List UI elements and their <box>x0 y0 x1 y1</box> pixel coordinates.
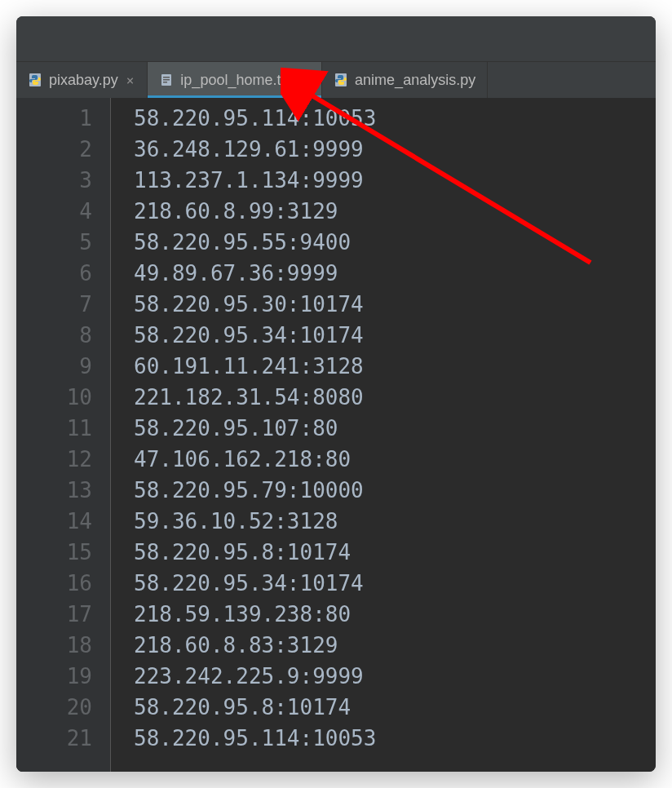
code-line: 58.220.95.114:10053 <box>134 723 656 754</box>
tab-label: ip_pool_home.txt <box>180 72 292 89</box>
line-number: 6 <box>16 258 110 289</box>
code-line: 58.220.95.8:10174 <box>134 692 656 723</box>
svg-rect-4 <box>163 82 167 83</box>
code-line: 36.248.129.61:9999 <box>134 134 656 165</box>
line-number: 10 <box>16 382 110 413</box>
line-number: 1 <box>16 103 110 134</box>
code-line: 58.220.95.114:10053 <box>134 103 656 134</box>
code-line: 218.59.139.238:80 <box>134 599 656 630</box>
line-number: 7 <box>16 289 110 320</box>
line-number: 17 <box>16 599 110 630</box>
python-file-icon <box>334 73 348 87</box>
editor-body: 1 2 3 4 5 6 7 8 9 10 11 12 13 14 15 16 1… <box>16 98 656 772</box>
line-number: 4 <box>16 196 110 227</box>
tab-label: pixabay.py <box>49 72 118 89</box>
code-line: 221.182.31.54:8080 <box>134 382 656 413</box>
tabs-bar: pixabay.py × ip_pool_home.txt × <box>16 62 656 98</box>
line-number: 19 <box>16 661 110 692</box>
code-line: 58.220.95.8:10174 <box>134 537 656 568</box>
code-line: 58.220.95.30:10174 <box>134 289 656 320</box>
close-icon[interactable]: × <box>125 73 136 88</box>
close-icon[interactable]: × <box>298 73 310 88</box>
line-number: 15 <box>16 537 110 568</box>
code-line: 58.220.95.55:9400 <box>134 227 656 258</box>
text-file-icon <box>159 73 174 87</box>
line-number: 18 <box>16 630 110 661</box>
code-line: 58.220.95.34:10174 <box>134 568 656 599</box>
editor-window: pixabay.py × ip_pool_home.txt × <box>16 16 656 772</box>
code-line: 218.60.8.99:3129 <box>134 196 656 227</box>
line-number: 2 <box>16 134 110 165</box>
tab-anime-analysis[interactable]: anime_analysis.py <box>322 62 488 98</box>
python-file-icon <box>28 73 42 87</box>
code-area[interactable]: 58.220.95.114:10053 36.248.129.61:9999 1… <box>111 98 656 772</box>
line-number: 9 <box>16 351 110 382</box>
svg-rect-2 <box>163 77 170 78</box>
code-line: 58.220.95.34:10174 <box>134 320 656 351</box>
code-line: 58.220.95.79:10000 <box>134 475 656 506</box>
svg-rect-3 <box>163 79 170 81</box>
tab-pixabay[interactable]: pixabay.py × <box>16 62 148 98</box>
line-number: 3 <box>16 165 110 196</box>
code-line: 59.36.10.52:3128 <box>134 506 656 537</box>
line-number: 14 <box>16 506 110 537</box>
line-number: 12 <box>16 444 110 475</box>
line-gutter: 1 2 3 4 5 6 7 8 9 10 11 12 13 14 15 16 1… <box>16 98 111 772</box>
code-line: 47.106.162.218:80 <box>134 444 656 475</box>
code-line: 58.220.95.107:80 <box>134 413 656 444</box>
tab-ip-pool[interactable]: ip_pool_home.txt × <box>148 62 322 98</box>
code-line: 218.60.8.83:3129 <box>134 630 656 661</box>
line-number: 20 <box>16 692 110 723</box>
tab-label: anime_analysis.py <box>355 72 475 89</box>
code-line: 113.237.1.134:9999 <box>134 165 656 196</box>
line-number: 16 <box>16 568 110 599</box>
code-line: 60.191.11.241:3128 <box>134 351 656 382</box>
code-line: 223.242.225.9:9999 <box>134 661 656 692</box>
line-number: 8 <box>16 320 110 351</box>
code-line: 49.89.67.36:9999 <box>134 258 656 289</box>
line-number: 13 <box>16 475 110 506</box>
line-number: 21 <box>16 723 110 754</box>
line-number: 5 <box>16 227 110 258</box>
line-number: 11 <box>16 413 110 444</box>
window-titlebar <box>16 16 656 62</box>
